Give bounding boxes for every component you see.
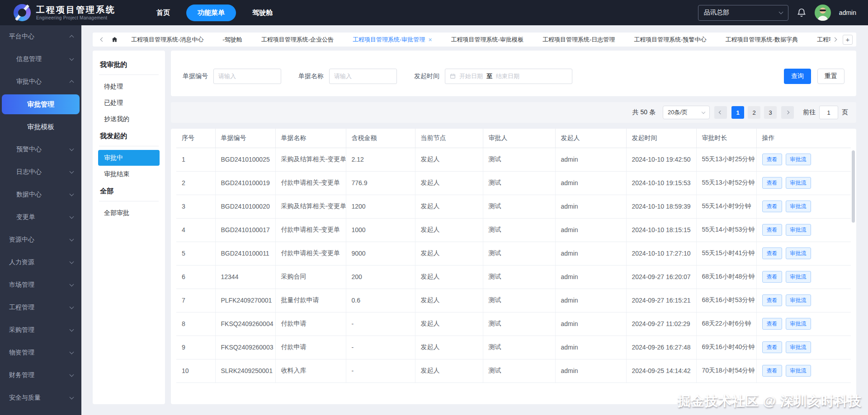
vertical-scrollbar[interactable] bbox=[852, 150, 855, 223]
date-start-placeholder: 开始日期 bbox=[459, 72, 483, 80]
page-size-select[interactable]: 20条/页 bbox=[663, 106, 710, 119]
view-button[interactable]: 查看 bbox=[762, 224, 782, 236]
nav-item-0[interactable]: 首页 bbox=[156, 9, 170, 17]
sidebar-item-0[interactable]: 平台中心 bbox=[0, 25, 81, 48]
tab-4[interactable]: 工程项目管理系统-审批模板 bbox=[442, 33, 533, 47]
approval-panel: 我审批的待处理已处理抄送我的我发起的审批中审批结束全部全部审批 bbox=[93, 51, 165, 404]
sidebar-item-11[interactable]: 市场管理 bbox=[0, 274, 81, 296]
chevron-left-icon bbox=[100, 37, 105, 42]
next-page-button[interactable] bbox=[781, 106, 794, 119]
org-select[interactable]: 品讯总部 bbox=[698, 5, 788, 21]
view-button[interactable]: 查看 bbox=[762, 177, 782, 189]
sidebar-item-16[interactable]: 安全与质量 bbox=[0, 387, 81, 409]
tabs-back-button[interactable] bbox=[98, 38, 107, 41]
prev-page-button[interactable] bbox=[714, 106, 727, 119]
tab-2[interactable]: 工程项目管理系统-企业公告 bbox=[252, 33, 343, 47]
notification-bell-icon[interactable] bbox=[797, 8, 807, 18]
cell-initiator: admin bbox=[555, 289, 626, 312]
reset-button[interactable]: 重置 bbox=[817, 69, 844, 84]
tab-0[interactable]: 工程项目管理系统-消息中心 bbox=[122, 33, 213, 47]
view-button[interactable]: 查看 bbox=[762, 318, 782, 330]
chevron-down-icon bbox=[70, 395, 74, 400]
approval-flow-button[interactable]: 审批流 bbox=[786, 201, 811, 212]
menu-item-1-1[interactable]: 审批结束 bbox=[98, 166, 160, 182]
chevron-right-icon bbox=[786, 111, 789, 114]
tab-5[interactable]: 工程项目管理系统-日志管理 bbox=[533, 33, 624, 47]
sidebar-item-5[interactable]: 预警中心 bbox=[0, 138, 81, 161]
menu-item-0-0[interactable]: 待处理 bbox=[98, 79, 160, 94]
chevron-down-icon bbox=[70, 350, 74, 354]
approval-flow-button[interactable]: 审批流 bbox=[786, 247, 811, 259]
cell-code: SLRK2409250001 bbox=[215, 359, 275, 382]
chevron-down-icon bbox=[70, 169, 74, 174]
view-button[interactable]: 查看 bbox=[762, 201, 782, 212]
divider bbox=[99, 201, 159, 201]
menu-item-1-0[interactable]: 审批中 bbox=[98, 150, 160, 166]
tab-7[interactable]: 工程项目管理系统-数据字典 bbox=[716, 33, 807, 47]
new-tab-button[interactable]: + bbox=[843, 35, 853, 45]
cell-code: BGD2410100025 bbox=[215, 148, 275, 171]
view-button[interactable]: 查看 bbox=[762, 154, 782, 165]
approval-flow-button[interactable]: 审批流 bbox=[786, 224, 811, 236]
nav-item-2[interactable]: 驾驶舱 bbox=[252, 9, 273, 17]
view-button[interactable]: 查看 bbox=[762, 271, 782, 283]
doc-no-label: 单据编号 bbox=[183, 72, 208, 80]
sidebar-item-13[interactable]: 采购管理 bbox=[0, 319, 81, 341]
approval-flow-button[interactable]: 审批流 bbox=[786, 365, 811, 377]
cell-node: 发起人 bbox=[415, 171, 483, 195]
chevron-left-icon bbox=[719, 111, 722, 114]
divider bbox=[99, 75, 159, 75]
column-header-0: 序号 bbox=[176, 129, 215, 148]
sidebar-item-8[interactable]: 变更单 bbox=[0, 206, 81, 228]
tab-3[interactable]: 工程项目管理系统-审批管理× bbox=[343, 33, 442, 47]
sidebar-item-3[interactable]: 审批管理 bbox=[2, 94, 80, 114]
tab-8[interactable]: 工程项目管理系 bbox=[807, 33, 830, 47]
doc-name-input[interactable] bbox=[329, 69, 397, 84]
view-button[interactable]: 查看 bbox=[762, 341, 782, 353]
sidebar-item-7[interactable]: 数据中心 bbox=[0, 183, 81, 206]
menu-item-0-1[interactable]: 已处理 bbox=[98, 95, 160, 111]
menu-item-0-2[interactable]: 抄送我的 bbox=[98, 111, 160, 127]
approval-flow-button[interactable]: 审批流 bbox=[786, 341, 811, 353]
approval-flow-button[interactable]: 审批流 bbox=[786, 318, 811, 330]
tab-6[interactable]: 工程项目管理系统-预警中心 bbox=[624, 33, 716, 47]
approval-flow-button[interactable]: 审批流 bbox=[786, 154, 811, 165]
goto-page-input[interactable] bbox=[819, 106, 838, 119]
search-button[interactable]: 查询 bbox=[784, 69, 811, 84]
cell-approver: 测试 bbox=[483, 289, 555, 312]
view-button[interactable]: 查看 bbox=[762, 365, 782, 377]
page-2[interactable]: 2 bbox=[748, 106, 760, 119]
page-3[interactable]: 3 bbox=[764, 106, 777, 119]
sidebar-item-14[interactable]: 物资管理 bbox=[0, 341, 81, 364]
home-icon[interactable] bbox=[111, 36, 118, 43]
tabs-forward-button[interactable] bbox=[830, 38, 839, 41]
sidebar-item-2[interactable]: 审批中心 bbox=[0, 70, 81, 93]
user-avatar[interactable] bbox=[815, 5, 831, 21]
sidebar-item-4[interactable]: 审批模板 bbox=[0, 116, 81, 138]
doc-name-label: 单据名称 bbox=[298, 72, 324, 80]
view-button[interactable]: 查看 bbox=[762, 247, 782, 259]
sidebar-item-1[interactable]: 信息管理 bbox=[0, 48, 81, 70]
nav-item-1[interactable]: 功能菜单 bbox=[186, 5, 236, 21]
date-range-picker[interactable]: 开始日期 至 结束日期 bbox=[445, 69, 572, 84]
sidebar-item-label: 审批模板 bbox=[27, 123, 54, 131]
tab-1[interactable]: -驾驶舱 bbox=[213, 33, 251, 47]
chevron-down-icon bbox=[70, 327, 74, 332]
view-button[interactable]: 查看 bbox=[762, 294, 782, 306]
approval-flow-button[interactable]: 审批流 bbox=[786, 271, 811, 283]
sidebar-item-9[interactable]: 资源中心 bbox=[0, 228, 81, 251]
sidebar-item-label: 数据中心 bbox=[16, 191, 42, 199]
sidebar-item-10[interactable]: 人力资源 bbox=[0, 251, 81, 274]
sidebar-item-15[interactable]: 财务管理 bbox=[0, 364, 81, 387]
approval-flow-button[interactable]: 审批流 bbox=[786, 177, 811, 189]
doc-no-input[interactable] bbox=[213, 69, 281, 84]
cell-duration: 70天18小时54分钟 bbox=[696, 359, 756, 382]
sidebar-item-label: 日志中心 bbox=[16, 168, 42, 176]
approval-flow-button[interactable]: 审批流 bbox=[786, 294, 811, 306]
sidebar-item-12[interactable]: 工程管理 bbox=[0, 296, 81, 319]
close-icon[interactable]: × bbox=[428, 37, 432, 43]
menu-item-2-0[interactable]: 全部审批 bbox=[98, 205, 160, 221]
page-1[interactable]: 1 bbox=[731, 106, 744, 119]
sidebar-item-6[interactable]: 日志中心 bbox=[0, 161, 81, 183]
cell-actions: 查看审批流 bbox=[756, 195, 851, 218]
